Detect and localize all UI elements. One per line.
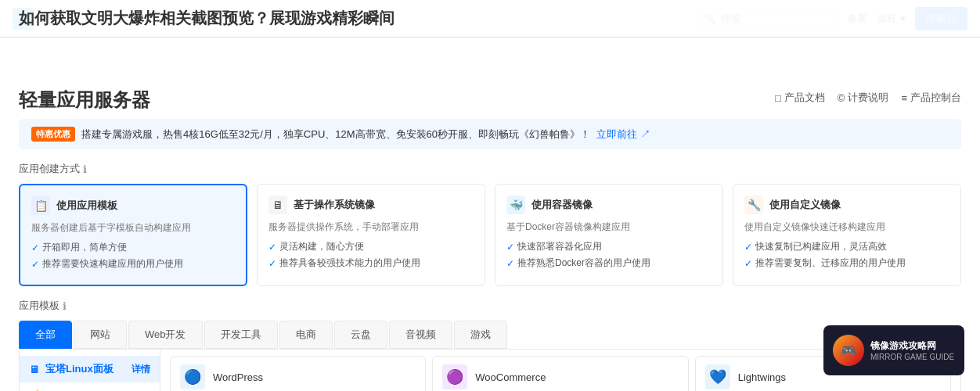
- tab-all[interactable]: 全部: [19, 321, 72, 349]
- creation-card-container[interactable]: 🐳 使用容器镜像 基于Docker容器镜像构建应用 ✓快速部署容器化应用 ✓推荐…: [495, 184, 723, 286]
- template-icon: 📋: [31, 196, 50, 215]
- check-icon: ✓: [268, 258, 276, 269]
- template-item-woocommerce[interactable]: 🟣 WooCommerce: [432, 356, 688, 391]
- template-body: 🖥 宝塔Linux面板 详情 ⚡ OpenFaaS 📊 Matomo: [19, 349, 961, 391]
- corner-banner-icon: 🎮: [833, 335, 864, 366]
- tab-game[interactable]: 游戏: [454, 321, 507, 349]
- creation-card-features-container: ✓快速部署容器化应用 ✓推荐熟悉Docker容器的用户使用: [506, 240, 712, 270]
- tab-devtools[interactable]: 开发工具: [204, 321, 278, 349]
- bill-icon: ©: [838, 92, 845, 104]
- banner-tag: 特惠优惠: [31, 127, 75, 142]
- templates-label: 应用模板 ℹ: [19, 299, 961, 313]
- tab-ecommerce[interactable]: 电商: [279, 321, 333, 349]
- check-icon: ✓: [268, 242, 276, 253]
- tab-clouddisk[interactable]: 云盘: [334, 321, 387, 349]
- template-tabs: 全部 网站 Web开发 开发工具 电商 云盘 音视频 游戏: [19, 321, 961, 349]
- info-icon: ℹ: [63, 300, 67, 312]
- lightwings-icon: 💙: [705, 364, 730, 389]
- creation-card-features-custom: ✓快速复制已构建应用，灵活高效 ✓推荐需要复制、迁移应用的用户使用: [744, 240, 949, 270]
- info-icon: ℹ: [83, 163, 87, 175]
- banner-text: 搭建专属游戏服，热售4核16G低至32元/月，独享CPU、12M高带宽、免安装6…: [81, 127, 590, 142]
- check-icon: ✓: [31, 242, 39, 253]
- creation-card-title-template: 使用应用模板: [56, 199, 117, 213]
- creation-card-title-custom: 使用自定义镜像: [769, 198, 841, 212]
- product-doc-link[interactable]: □ 产品文档: [775, 91, 825, 105]
- os-icon: 🖥: [268, 196, 287, 214]
- promo-banner: 特惠优惠 搭建专属游戏服，热售4核16G低至32元/月，独享CPU、12M高带宽…: [19, 119, 961, 149]
- check-icon: ✓: [744, 258, 752, 269]
- tab-webdev[interactable]: Web开发: [128, 321, 203, 349]
- billing-link[interactable]: © 计费说明: [838, 91, 889, 105]
- tab-media[interactable]: 音视频: [389, 321, 452, 349]
- creation-card-title-container: 使用容器镜像: [531, 198, 593, 212]
- creation-card-title-os: 基于操作系统镜像: [294, 198, 375, 212]
- creation-grid: 📋 使用应用模板 服务器创建后基于字模板自动构建应用 ✓开箱即用，简单方便 ✓推…: [19, 184, 961, 286]
- template-sidebar: 🖥 宝塔Linux面板 详情 ⚡ OpenFaaS 📊 Matomo: [20, 350, 160, 391]
- creation-card-custom[interactable]: 🔧 使用自定义镜像 使用自定义镜像快速迁移构建应用 ✓快速复制已构建应用，灵活高…: [733, 184, 961, 286]
- banner-link[interactable]: 立即前往 ↗: [596, 127, 650, 142]
- check-icon: ✓: [744, 242, 752, 253]
- template-item-wordpress[interactable]: 🔵 WordPress: [170, 356, 426, 391]
- doc-icon: □: [775, 92, 781, 104]
- page-title: 轻量应用服务器: [19, 88, 150, 113]
- creation-card-features-template: ✓开箱即用，简单方便 ✓推荐需要快速构建应用的用户使用: [31, 241, 235, 271]
- overlay-title-bar: 如何获取文明大爆炸相关截图预览？展现游戏精彩瞬间: [0, 0, 980, 38]
- sidebar-item-openfaas[interactable]: ⚡ OpenFaaS: [20, 382, 160, 391]
- sidebar-item-bt-linux[interactable]: 🖥 宝塔Linux面板 详情: [20, 356, 160, 382]
- check-icon: ✓: [31, 259, 39, 270]
- bt-linux-icon: 🖥: [29, 364, 39, 375]
- console-icon: ≡: [901, 92, 907, 104]
- creation-methods-label: 应用创建方式 ℹ: [19, 162, 961, 176]
- console-link[interactable]: ≡ 产品控制台: [901, 91, 961, 105]
- creation-methods-section: 应用创建方式 ℹ 📋 使用应用模板 服务器创建后基于字模板自动构建应用 ✓开箱即…: [0, 162, 980, 286]
- check-icon: ✓: [506, 242, 514, 253]
- woocommerce-icon: 🟣: [442, 364, 467, 389]
- creation-card-os[interactable]: 🖥 基于操作系统镜像 服务器提供操作系统，手动部署应用 ✓灵活构建，随心方便 ✓…: [257, 184, 485, 286]
- overlay-title-text: 如何获取文明大爆炸相关截图预览？展现游戏精彩瞬间: [19, 8, 395, 29]
- container-icon: 🐳: [506, 196, 525, 214]
- corner-banner: 🎮 镜像游戏攻略网 MIRROR GAME GUIDE: [823, 325, 964, 375]
- creation-card-features-os: ✓灵活构建，随心方便 ✓推荐具备较强技术能力的用户使用: [268, 240, 474, 270]
- tab-website[interactable]: 网站: [74, 321, 127, 349]
- wordpress-icon: 🔵: [180, 364, 205, 389]
- corner-banner-text: 镜像游戏攻略网 MIRROR GAME GUIDE: [870, 339, 954, 361]
- custom-icon: 🔧: [744, 196, 763, 214]
- creation-card-template[interactable]: 📋 使用应用模板 服务器创建后基于字模板自动构建应用 ✓开箱即用，简单方便 ✓推…: [19, 184, 247, 286]
- check-icon: ✓: [506, 258, 514, 269]
